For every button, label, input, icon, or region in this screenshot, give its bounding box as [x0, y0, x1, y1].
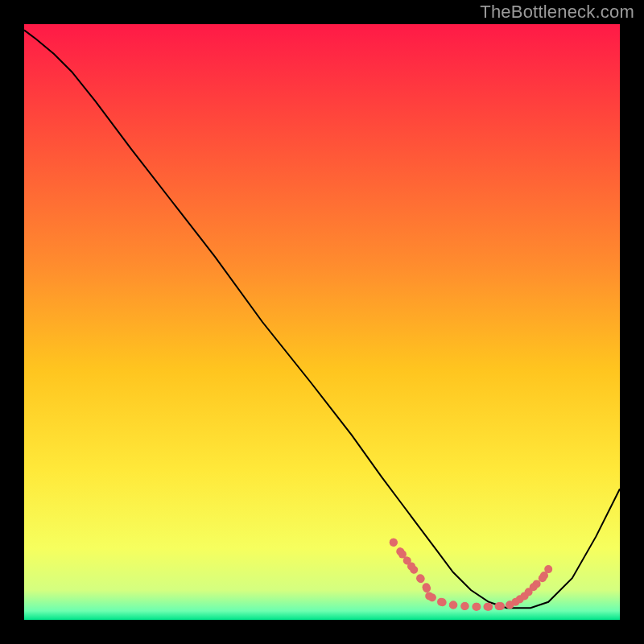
chart-frame: TheBottleneck.com: [0, 0, 644, 644]
plot-area: [24, 24, 620, 620]
svg-point-11: [497, 602, 505, 610]
svg-point-2: [407, 562, 415, 570]
svg-point-13: [512, 598, 520, 606]
svg-point-16: [539, 574, 547, 582]
svg-point-9: [473, 603, 481, 611]
svg-point-6: [437, 598, 445, 606]
svg-point-17: [544, 565, 552, 573]
watermark-text: TheBottleneck.com: [480, 2, 634, 23]
svg-point-7: [449, 601, 457, 609]
svg-point-10: [485, 603, 493, 611]
svg-point-14: [521, 592, 529, 600]
svg-point-5: [425, 592, 433, 600]
gradient-background: [24, 24, 620, 620]
svg-point-1: [398, 551, 407, 559]
svg-point-15: [530, 583, 538, 591]
svg-point-8: [461, 602, 469, 610]
svg-point-3: [416, 574, 424, 582]
chart-svg: [24, 24, 620, 620]
svg-point-4: [423, 583, 431, 591]
svg-point-0: [390, 539, 398, 547]
